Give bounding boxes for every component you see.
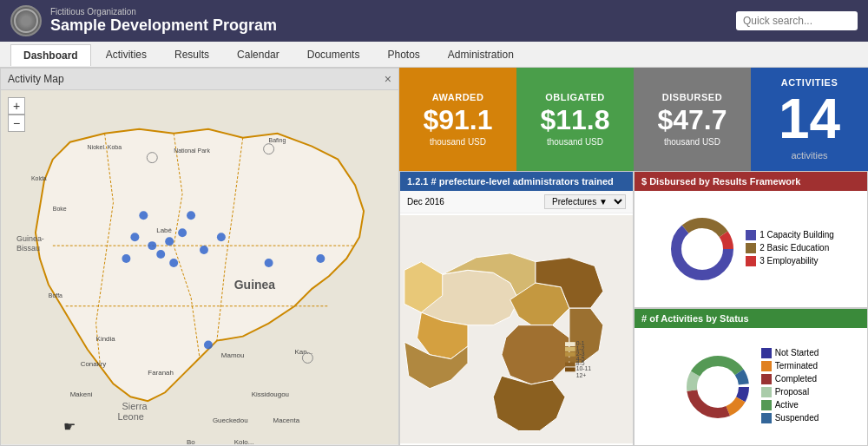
activities-value: 14	[779, 91, 840, 147]
pref-map-svg: 0-1 1-2 2-3 4-5 8-5 10-11 12+	[400, 213, 633, 445]
search-input[interactable]	[736, 11, 858, 30]
activities-chart-header: # of Activities by Status	[635, 309, 867, 328]
program-title: Sample Development Program	[50, 16, 277, 35]
legend-color-employ	[746, 256, 756, 266]
svg-point-35	[265, 259, 273, 267]
tab-activities[interactable]: Activities	[93, 43, 160, 65]
svg-text:Macenta: Macenta	[273, 416, 300, 424]
svg-text:Kindia: Kindia	[96, 335, 116, 343]
svg-text:Bafing: Bafing	[269, 137, 286, 144]
awarded-unit: thousand USD	[430, 137, 486, 147]
tab-administration[interactable]: Administration	[435, 43, 527, 65]
svg-text:Conakry: Conakry	[81, 360, 107, 368]
activities-donut-container: Not Started Terminated Completed	[635, 328, 867, 445]
svg-point-24	[130, 233, 139, 241]
legend-color-suspended	[761, 413, 772, 423]
svg-text:Kolo...: Kolo...	[234, 438, 254, 444]
map-header: Activity Map ×	[1, 69, 398, 90]
stat-disbursed: Disbursed $47.7 thousand USD	[634, 68, 751, 171]
svg-rect-47	[565, 362, 575, 366]
legend-item-terminated: Terminated	[761, 361, 819, 371]
svg-point-31	[187, 211, 195, 220]
svg-point-27	[178, 228, 187, 237]
svg-text:Guinea-: Guinea-	[16, 234, 44, 243]
disbursed-value: $47.7	[657, 106, 727, 134]
pref-map-content: 0-1 1-2 2-3 4-5 8-5 10-11 12+	[400, 213, 633, 445]
svg-rect-48	[565, 367, 575, 371]
legend-item-capacity: 1 Capacity Building	[746, 230, 834, 240]
pref-date: Dec 2016	[407, 197, 444, 207]
obligated-unit: thousand USD	[547, 137, 603, 147]
zoom-in-button[interactable]: +	[8, 97, 25, 115]
awarded-value: $91.1	[423, 106, 492, 134]
svg-text:Leone: Leone	[117, 411, 143, 422]
legend-item-employ: 3 Employability	[746, 256, 834, 266]
legend-color-terminated	[761, 361, 772, 371]
disbursed-donut-svg	[667, 214, 737, 284]
svg-point-30	[139, 211, 148, 220]
activities-donut-svg	[683, 352, 753, 422]
svg-rect-44	[565, 347, 575, 351]
legend-color-not-started	[761, 348, 772, 358]
legend-item-completed: Completed	[761, 374, 819, 384]
svg-point-32	[122, 254, 130, 263]
svg-rect-45	[565, 352, 575, 357]
legend-label-active: Active	[775, 400, 799, 410]
legend-label-completed: Completed	[775, 374, 817, 384]
legend-label-employ: 3 Employability	[760, 256, 818, 266]
map-section: Activity Map × + −	[0, 68, 399, 446]
stat-obligated: Obligated $11.8 thousand USD	[516, 68, 634, 171]
svg-rect-46	[565, 357, 575, 362]
right-charts: $ Disbursed by Results Framework	[634, 171, 868, 446]
legend-label-not-started: Not Started	[775, 348, 819, 357]
tab-results[interactable]: Results	[161, 43, 222, 65]
svg-text:Niokel. Koba: Niokel. Koba	[88, 144, 122, 150]
activities-unit: activities	[791, 150, 827, 161]
legend-item-proposal: Proposal	[761, 387, 819, 397]
tab-photos[interactable]: Photos	[374, 43, 432, 65]
map-close-button[interactable]: ×	[385, 72, 391, 86]
pref-chart-title: 1.2.1 # prefecture-level administrators …	[407, 176, 614, 187]
svg-text:Makeni: Makeni	[70, 390, 93, 398]
tab-documents[interactable]: Documents	[294, 43, 373, 65]
map-zoom-controls: + −	[8, 97, 25, 132]
svg-point-25	[148, 241, 156, 250]
pref-map-controls: Dec 2016 Prefectures ▼	[400, 191, 633, 213]
svg-text:Bissau: Bissau	[16, 244, 40, 253]
svg-point-26	[165, 237, 174, 246]
header-text: Fictitious Organization Sample Developme…	[50, 7, 277, 35]
disbursed-legend: 1 Capacity Building 2 Basic Education 3 …	[746, 230, 834, 269]
svg-text:Gueckedou: Gueckedou	[213, 416, 248, 424]
svg-text:Boffa: Boffa	[49, 292, 62, 298]
stat-activities: Activities 14 activities	[751, 68, 868, 171]
header: Fictitious Organization Sample Developme…	[0, 0, 868, 42]
svg-text:Mamou: Mamou	[221, 351, 245, 359]
legend-color-capacity	[746, 230, 756, 240]
org-logo	[10, 5, 42, 36]
obligated-label: Obligated	[545, 92, 604, 102]
map-title: Activity Map	[8, 73, 64, 85]
stats-row: Awarded $91.1 thousand USD Obligated $11…	[399, 68, 868, 171]
activities-label: Activities	[781, 77, 838, 88]
svg-point-66	[704, 373, 732, 401]
activities-legend: Not Started Terminated Completed	[761, 348, 819, 426]
svg-point-59	[688, 235, 716, 263]
svg-text:10-11: 10-11	[576, 365, 592, 371]
legend-label-education: 2 Basic Education	[760, 243, 829, 253]
svg-text:Faranah: Faranah	[148, 369, 174, 377]
tab-calendar[interactable]: Calendar	[224, 43, 293, 65]
pref-chart-header: 1.2.1 # prefecture-level administrators …	[400, 172, 633, 191]
svg-point-34	[217, 233, 226, 241]
svg-text:Kissidougou: Kissidougou	[252, 390, 289, 398]
obligated-value: $11.8	[540, 106, 609, 134]
legend-color-education	[746, 243, 756, 253]
legend-item-active: Active	[761, 400, 819, 410]
disbursed-donut-container: 1 Capacity Building 2 Basic Education 3 …	[635, 191, 867, 308]
tab-dashboard[interactable]: Dashboard	[10, 44, 91, 66]
zoom-out-button[interactable]: −	[8, 115, 25, 132]
svg-point-29	[169, 259, 178, 267]
pref-dropdown[interactable]: Prefectures ▼	[544, 194, 626, 209]
svg-point-28	[156, 250, 165, 259]
svg-text:Boke: Boke	[53, 206, 67, 212]
right-panel: Awarded $91.1 thousand USD Obligated $11…	[399, 68, 868, 446]
